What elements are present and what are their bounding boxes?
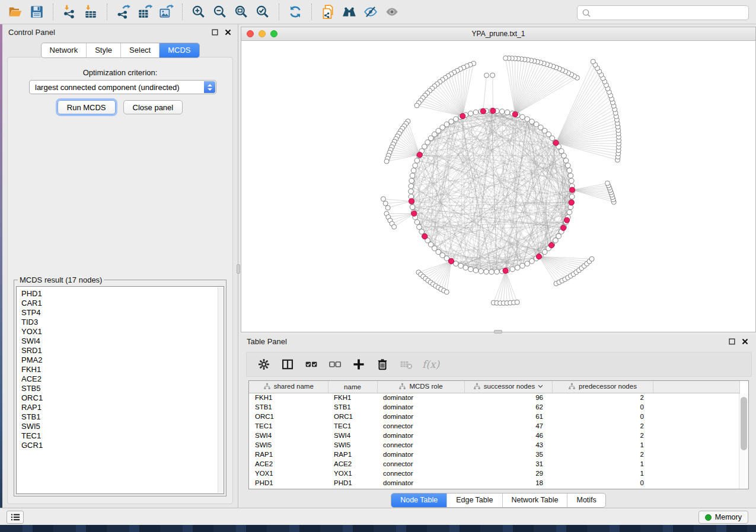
- table-cell: ORC1: [249, 412, 328, 421]
- mcds-result-item[interactable]: CAR1: [21, 299, 224, 308]
- refresh-layout-button[interactable]: [285, 2, 306, 21]
- table-row[interactable]: ORC1ORC1dominator610: [249, 412, 739, 421]
- column-header-shared-name[interactable]: shared name: [249, 381, 328, 393]
- table-scrollbar-thumb[interactable]: [741, 397, 747, 450]
- import-network-button[interactable]: [59, 2, 80, 21]
- tab-mcds[interactable]: MCDS: [159, 43, 199, 57]
- run-mcds-button[interactable]: Run MCDS: [58, 100, 116, 114]
- table-row[interactable]: FKH1FKH1dominator962: [249, 393, 739, 402]
- mcds-result-item[interactable]: SWI4: [21, 336, 224, 346]
- memory-button[interactable]: Memory: [698, 511, 748, 524]
- tab-motifs[interactable]: Motifs: [567, 493, 605, 507]
- deselect-all-button[interactable]: [327, 357, 343, 372]
- mcds-list-scrollbar[interactable]: [218, 287, 223, 493]
- mcds-result-item[interactable]: GCR1: [21, 441, 224, 450]
- task-history-button[interactable]: [7, 511, 24, 524]
- network-titlebar[interactable]: YPA_prune.txt_1: [241, 27, 755, 41]
- close-table-panel-button[interactable]: [741, 338, 749, 345]
- show-all-button[interactable]: [381, 2, 403, 21]
- float-panel-button[interactable]: [211, 28, 219, 36]
- horizontal-splitter-handle[interactable]: [494, 330, 502, 334]
- column-header-mcds-role[interactable]: MCDS role: [377, 381, 464, 393]
- memory-label: Memory: [715, 513, 742, 521]
- table-row[interactable]: ACE2ACE2connector311: [249, 459, 739, 469]
- select-all-button[interactable]: [304, 357, 319, 372]
- search-input[interactable]: [594, 9, 744, 17]
- tab-select[interactable]: Select: [120, 43, 159, 57]
- hide-selected-button[interactable]: [360, 2, 381, 21]
- table-row[interactable]: YOX1YOX1connector291: [249, 469, 739, 478]
- float-table-panel-button[interactable]: [728, 338, 736, 345]
- zoom-in-button[interactable]: [188, 2, 209, 21]
- network-canvas[interactable]: [241, 41, 755, 332]
- network-search-box[interactable]: [577, 5, 749, 20]
- zoom-out-button[interactable]: [209, 2, 231, 21]
- close-control-panel-button[interactable]: [224, 28, 232, 36]
- table-cell: 2: [552, 431, 653, 440]
- columns-icon: [281, 358, 294, 371]
- mcds-result-item[interactable]: RAP1: [21, 403, 224, 412]
- zoom-fit-button[interactable]: [231, 2, 252, 21]
- tab-style[interactable]: Style: [86, 43, 120, 57]
- export-image-button[interactable]: [155, 2, 177, 21]
- table-scrollbar[interactable]: [739, 393, 748, 489]
- tab-node-table[interactable]: Node Table: [391, 493, 446, 507]
- share-network-document-button[interactable]: [317, 2, 339, 21]
- mcds-result-item[interactable]: YOX1: [21, 327, 224, 336]
- table-row[interactable]: RAP1RAP1dominator352: [249, 450, 739, 459]
- export-network-button[interactable]: [113, 2, 134, 21]
- delete-column-button[interactable]: [375, 357, 390, 372]
- delete-table-button[interactable]: [398, 357, 414, 372]
- import-table-button[interactable]: [80, 2, 101, 21]
- table-cell: SWI4: [328, 431, 377, 440]
- toolbar-separator: [107, 4, 107, 20]
- tab-edge-table[interactable]: Edge Table: [446, 493, 502, 507]
- mcds-result-item[interactable]: PHD1: [21, 289, 224, 299]
- search-network-button[interactable]: [339, 2, 360, 21]
- column-header-successor-nodes[interactable]: successor nodes: [464, 381, 552, 393]
- table-cell: 1: [552, 440, 653, 450]
- table-row[interactable]: SWI4SWI4dominator462: [249, 431, 739, 440]
- mcds-result-item[interactable]: TID3: [21, 318, 224, 327]
- zoom-selected-button[interactable]: [252, 2, 273, 21]
- gear-button[interactable]: [256, 357, 272, 372]
- mcds-result-item[interactable]: ORC1: [21, 393, 224, 403]
- mcds-result-item[interactable]: STB1: [21, 412, 224, 422]
- vertical-splitter-handle[interactable]: [237, 264, 240, 274]
- open-session-button[interactable]: [5, 2, 26, 21]
- tab-network[interactable]: Network: [41, 43, 86, 57]
- mcds-result-item[interactable]: ACE2: [21, 374, 224, 384]
- table-cell: dominator: [377, 402, 464, 412]
- add-column-button[interactable]: [351, 357, 366, 372]
- mcds-result-item[interactable]: SWI5: [21, 422, 224, 431]
- mcds-result-item[interactable]: TEC1: [21, 431, 224, 441]
- tab-network-table[interactable]: Network Table: [502, 493, 567, 507]
- float-icon: [729, 338, 735, 345]
- column-header-name[interactable]: name: [328, 381, 377, 393]
- table-cell: [653, 402, 739, 412]
- mcds-result-item[interactable]: PMA2: [21, 355, 224, 365]
- save-session-button[interactable]: [26, 2, 47, 21]
- mcds-result-list[interactable]: PHD1CAR1STP4TID3YOX1SWI4SRD1PMA2FKH1ACE2…: [16, 286, 224, 494]
- table-cell: 1: [552, 459, 653, 469]
- mcds-result-item[interactable]: SRD1: [21, 346, 224, 355]
- open-session-icon: [8, 4, 23, 20]
- table-row[interactable]: SWI5SWI5connector431: [249, 440, 739, 450]
- mcds-result-item[interactable]: FKH1: [21, 365, 224, 374]
- table-row[interactable]: STB1STB1dominator620: [249, 402, 739, 412]
- table-cell: dominator: [377, 450, 464, 459]
- table-cell: 0: [552, 402, 653, 412]
- mcds-result-item[interactable]: STB5: [21, 384, 224, 393]
- table-cell: PHD1: [328, 478, 377, 488]
- close-mcds-panel-button[interactable]: Close panel: [123, 100, 183, 114]
- table-cell: 62: [464, 402, 552, 412]
- table-cell: [653, 440, 739, 450]
- column-header-predecessor-nodes[interactable]: predecessor nodes: [552, 381, 653, 393]
- columns-button[interactable]: [280, 357, 295, 372]
- export-table-button[interactable]: [134, 2, 155, 21]
- mcds-result-item[interactable]: STP4: [21, 308, 224, 318]
- table-row[interactable]: TEC1TEC1connector472: [249, 421, 739, 431]
- table-cell: [653, 478, 739, 488]
- table-row[interactable]: PHD1PHD1dominator180: [249, 478, 739, 488]
- criterion-select[interactable]: largest connected component (undirected): [29, 80, 216, 94]
